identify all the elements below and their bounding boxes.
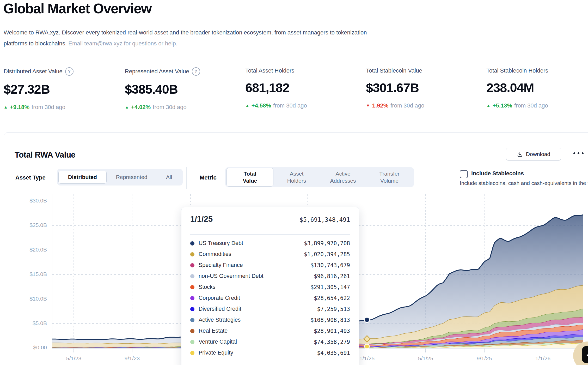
series-color-dot — [190, 252, 194, 256]
series-color-dot — [190, 307, 194, 311]
chart-tooltip: 1/1/25 $5,691,348,491 US Treasury Debt$3… — [181, 207, 359, 365]
series-value: $96,816,261 — [314, 273, 350, 279]
series-color-dot — [190, 296, 194, 300]
tooltip-date: 1/1/25 — [190, 214, 213, 224]
tooltip-row-private-equity: Private Equity$4,035,691 — [190, 348, 350, 358]
series-color-dot — [190, 318, 194, 322]
series-value: $3,899,970,708 — [304, 240, 350, 247]
chat-widget-button[interactable] — [582, 346, 588, 363]
series-color-dot — [190, 263, 194, 267]
tooltip-row-us-treasury-debt: US Treasury Debt$3,899,970,708 — [190, 238, 350, 249]
tooltip-row-real-estate: Real Estate$28,901,493 — [190, 326, 350, 337]
series-name: Specialty Finance — [199, 262, 310, 268]
marker-private-equity — [365, 344, 369, 349]
tooltip-row-commodities: Commodities$1,020,394,285 — [190, 249, 350, 260]
chat-smile-icon — [585, 349, 588, 360]
series-color-dot — [190, 340, 194, 344]
series-color-dot — [190, 241, 194, 246]
series-name: Real Estate — [199, 328, 314, 334]
series-name: Private Equity — [199, 350, 317, 356]
series-color-dot — [190, 351, 194, 355]
tooltip-row-non-us-government-debt: non-US Government Debt$96,816,261 — [190, 271, 350, 282]
marker-us-treasury — [364, 317, 370, 322]
tooltip-rows: US Treasury Debt$3,899,970,708Commoditie… — [190, 238, 350, 358]
tooltip-row-diversified-credit: Diversified Credit$7,259,513 — [190, 304, 350, 315]
series-name: Diversified Credit — [199, 306, 317, 312]
tooltip-row-venture-capital: Venture Capital$74,358,279 — [190, 337, 350, 348]
series-value: $108,908,813 — [310, 317, 350, 323]
series-value: $7,259,513 — [317, 306, 350, 312]
series-color-dot — [190, 274, 194, 278]
global-market-overview-page: Global Market Overview Welcome to RWA.xy… — [0, 0, 588, 365]
series-value: $130,743,679 — [310, 262, 350, 268]
series-name: Active Strategies — [199, 317, 310, 323]
series-value: $4,035,691 — [317, 350, 350, 356]
tooltip-divider — [190, 234, 350, 235]
series-value: $28,654,622 — [314, 295, 350, 301]
series-name: Commodities — [199, 251, 304, 258]
series-name: US Treasury Debt — [199, 240, 304, 247]
series-color-dot — [190, 285, 194, 289]
series-name: Corporate Credit — [199, 295, 314, 301]
series-name: non-US Government Debt — [199, 273, 314, 279]
series-value: $1,020,394,285 — [304, 251, 350, 258]
series-name: Stocks — [199, 284, 310, 290]
series-name: Venture Capital — [199, 339, 314, 345]
tooltip-header: 1/1/25 $5,691,348,491 — [190, 214, 350, 231]
series-value: $291,305,147 — [310, 284, 350, 290]
series-value: $74,358,279 — [314, 339, 350, 345]
tooltip-row-active-strategies: Active Strategies$108,908,813 — [190, 315, 350, 326]
series-value: $28,901,493 — [314, 328, 350, 334]
tooltip-row-specialty-finance: Specialty Finance$130,743,679 — [190, 260, 350, 271]
tooltip-row-stocks: Stocks$291,305,147 — [190, 282, 350, 293]
tooltip-total-value: $5,691,348,491 — [299, 216, 350, 223]
tooltip-row-corporate-credit: Corporate Credit$28,654,622 — [190, 293, 350, 304]
series-color-dot — [190, 329, 194, 333]
